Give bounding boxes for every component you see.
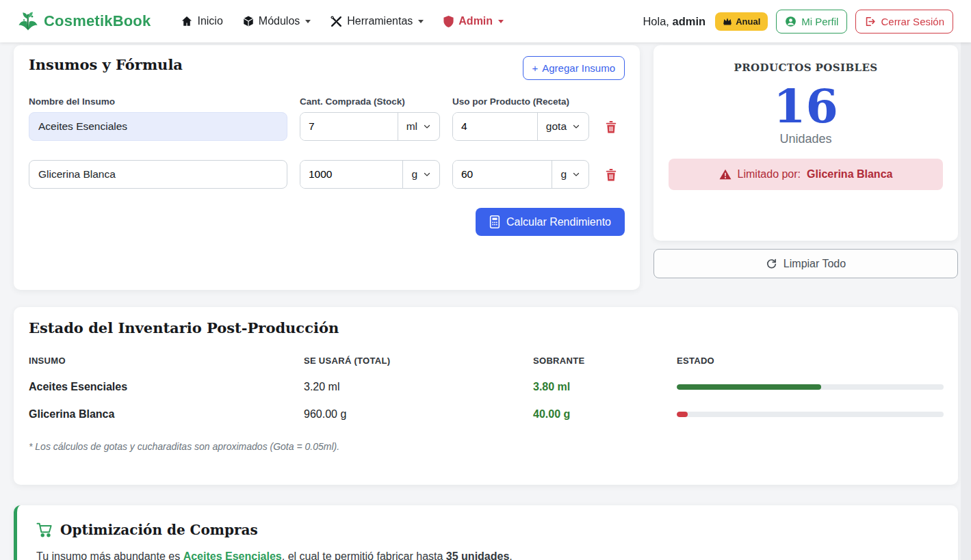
chevron-down-icon <box>418 20 424 23</box>
home-icon <box>181 15 193 27</box>
nav-item-modulos[interactable]: Módulos <box>242 15 311 27</box>
inventory-insumo-name: Aceites Esenciales <box>29 381 304 393</box>
header-usara: SE USARÁ (TOTAL) <box>304 356 533 366</box>
inventory-remaining-value: 40.00 g <box>533 408 677 421</box>
insumo-row: g g <box>29 160 625 189</box>
usage-input-group: g <box>452 160 589 189</box>
optimization-card: Optimización de Compras Tu insumo más ab… <box>14 505 958 560</box>
brand-name: CosmetikBook <box>44 12 151 30</box>
header-estado: ESTADO <box>677 356 943 366</box>
stock-input-group: g <box>300 160 440 189</box>
inventory-insumo-name: Glicerina Blanca <box>29 408 304 421</box>
chevron-down-icon <box>305 20 311 23</box>
nav-label: Admin <box>458 15 493 27</box>
optimization-body: Tu insumo más abundante es Aceites Esenc… <box>36 550 939 560</box>
refresh-icon <box>766 258 777 269</box>
column-label-usage: Uso por Producto (Receta) <box>452 96 589 107</box>
stock-unit-select[interactable]: g <box>402 161 439 188</box>
result-card: PRODUCTOS POSIBLES 16 Unidades Limitado … <box>653 45 958 241</box>
possible-products-value: 16 <box>667 82 944 131</box>
header-sobrante: SOBRANTE <box>533 356 677 366</box>
usage-quantity-input[interactable] <box>453 161 552 188</box>
stock-progress-bar <box>677 412 944 417</box>
stock-quantity-input[interactable] <box>300 113 398 140</box>
trash-icon <box>604 120 618 134</box>
result-title: PRODUCTOS POSIBLES <box>667 62 944 74</box>
nav-item-admin[interactable]: Admin <box>443 15 504 28</box>
nav-label: Herramientas <box>347 15 413 27</box>
formula-card-title: Insumos y Fórmula <box>29 56 183 73</box>
usage-input-group: gota <box>452 112 589 141</box>
usage-unit-select[interactable]: gota <box>537 113 588 140</box>
stock-quantity-input[interactable] <box>300 161 402 188</box>
max-units-value: 35 unidades <box>446 550 509 560</box>
nav-label: Módulos <box>259 15 300 27</box>
chevron-down-icon <box>572 122 580 131</box>
delete-insumo-button[interactable] <box>601 165 625 185</box>
nav-item-herramientas[interactable]: Herramientas <box>330 15 424 28</box>
inventory-card: Estado del Inventario Post-Producción IN… <box>14 307 958 485</box>
usage-unit-select[interactable]: g <box>552 161 588 188</box>
chevron-down-icon <box>498 20 504 23</box>
stock-progress-fill <box>677 384 821 390</box>
main-nav: Inicio Módulos Herramientas <box>181 15 504 28</box>
calculate-button[interactable]: Calcular Rendimiento <box>476 208 625 236</box>
plant-logo-icon <box>16 10 40 33</box>
insumo-name-input[interactable] <box>29 160 287 189</box>
header-insumo: INSUMO <box>29 356 304 366</box>
nav-label: Inicio <box>197 15 222 27</box>
chevron-down-icon <box>423 122 431 131</box>
stock-progress-bar <box>677 384 944 390</box>
column-label-stock: Cant. Comprada (Stock) <box>300 96 440 107</box>
inventory-row: Aceites Esenciales 3.20 ml 3.80 ml <box>29 381 943 393</box>
cube-icon <box>242 15 255 27</box>
user-greeting: Hola, admin <box>643 15 705 28</box>
limiting-ingredient-alert: Limitado por: Glicerina Blanca <box>669 159 943 190</box>
chevron-down-icon <box>423 170 431 178</box>
inventory-row: Glicerina Blanca 960.00 g 40.00 g <box>29 408 943 421</box>
profile-button[interactable]: Mi Perfil <box>776 10 847 34</box>
result-unit-label: Unidades <box>667 132 944 146</box>
plus-icon: + <box>532 62 539 74</box>
shield-icon <box>443 15 454 28</box>
inventory-used-value: 3.20 ml <box>304 381 533 393</box>
logout-button[interactable]: Cerrar Sesión <box>855 10 953 34</box>
tools-icon <box>330 15 343 28</box>
inventory-title: Estado del Inventario Post-Producción <box>29 319 943 336</box>
limiting-ingredient-name: Glicerina Blanca <box>807 168 892 181</box>
stock-progress-fill <box>677 412 688 417</box>
insumo-name-input[interactable] <box>29 112 287 141</box>
warning-icon <box>719 169 732 180</box>
stock-input-group: ml <box>300 112 440 141</box>
abundant-ingredient-name: Aceites Esenciales <box>183 550 282 560</box>
page-content: Insumos y Fórmula + Agregar Insumo Nombr… <box>0 42 971 560</box>
trash-icon <box>604 168 618 182</box>
usage-quantity-input[interactable] <box>453 113 537 140</box>
inventory-remaining-value: 3.80 ml <box>533 381 677 393</box>
plan-badge: Anual <box>715 12 768 31</box>
nav-item-inicio[interactable]: Inicio <box>181 15 222 27</box>
chevron-down-icon <box>572 170 580 178</box>
crown-icon <box>723 17 732 25</box>
inventory-used-value: 960.00 g <box>304 408 533 421</box>
scrollbar-track[interactable] <box>961 42 971 560</box>
add-insumo-button[interactable]: + Agregar Insumo <box>523 56 625 80</box>
username: admin <box>673 15 706 27</box>
optimization-title: Optimización de Compras <box>36 522 939 538</box>
insumo-row: ml gota <box>29 112 625 141</box>
calculation-note: * Los cálculos de gotas y cucharaditas s… <box>29 441 943 452</box>
logout-icon <box>864 16 876 27</box>
column-label-name: Nombre del Insumo <box>29 96 287 107</box>
stock-unit-select[interactable]: ml <box>398 113 439 140</box>
clear-all-button[interactable]: Limpiar Todo <box>653 249 958 278</box>
brand-logo[interactable]: CosmetikBook <box>16 10 151 33</box>
delete-insumo-button[interactable] <box>601 117 625 137</box>
formula-card: Insumos y Fórmula + Agregar Insumo Nombr… <box>14 45 640 290</box>
calculator-icon <box>489 215 500 228</box>
person-circle-icon <box>785 16 797 27</box>
inventory-header-row: INSUMO SE USARÁ (TOTAL) SOBRANTE ESTADO <box>29 356 943 366</box>
navbar: CosmetikBook Inicio Módulos <box>0 0 971 42</box>
cart-icon <box>36 522 53 537</box>
navbar-right: Hola, admin Anual Mi Perfil Cerrar Sesió… <box>643 10 953 34</box>
